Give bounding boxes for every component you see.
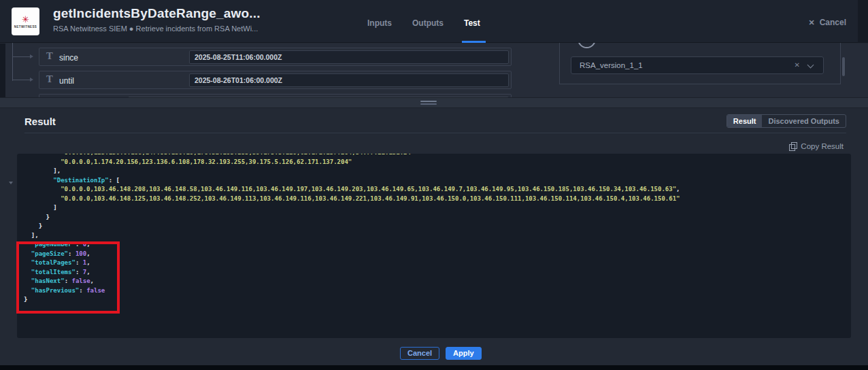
section-resizer[interactable] <box>0 97 868 108</box>
connection-selected-value: RSA_version_1_1 <box>580 61 643 69</box>
parameters-section: T since 2025-08-25T11:06:00.000Z T until… <box>0 44 868 97</box>
netwitness-spark-icon: ✳ <box>22 15 29 24</box>
text-type-icon: T <box>46 51 53 61</box>
result-json-output[interactable]: "0.0.0.0,123.136.6.188,147.95.136.18,178… <box>17 154 851 305</box>
copy-result-button[interactable]: Copy Result <box>789 142 844 150</box>
toggle-discovered-outputs[interactable]: Discovered Outputs <box>762 115 846 127</box>
copy-result-label: Copy Result <box>801 142 844 150</box>
param-row-since: T since 2025-08-25T11:06:00.000Z <box>39 48 512 66</box>
page-title: getIncidentsByDateRange_awo... <box>53 6 261 21</box>
text-type-icon: T <box>46 74 53 84</box>
app-window: ✳ NETWITNESS getIncidentsByDateRange_awo… <box>0 0 868 370</box>
netwitness-logo-text: NETWITNESS <box>14 25 37 29</box>
param-row-until: T until 2025-08-26T01:06:00.000Z <box>39 71 512 89</box>
since-value-input[interactable]: 2025-08-25T11:06:00.000Z <box>189 50 509 64</box>
connection-panel: RSA_version_1_1 ✕ <box>559 43 841 84</box>
apply-button[interactable]: Apply <box>446 347 482 360</box>
result-section: Result Result Discovered Outputs Copy Re… <box>0 108 868 365</box>
netwitness-logo: ✳ NETWITNESS <box>12 7 39 35</box>
header: ✳ NETWITNESS getIncidentsByDateRange_awo… <box>0 0 868 43</box>
header-cancel-button[interactable]: ✕ Cancel <box>808 18 846 27</box>
tab-bar: Inputs Outputs Test <box>367 18 480 28</box>
tree-branch-arrow-icon <box>13 54 33 59</box>
connection-select[interactable]: RSA_version_1_1 ✕ <box>571 56 824 74</box>
result-heading: Result <box>24 116 56 127</box>
copy-icon <box>789 142 797 150</box>
tab-outputs[interactable]: Outputs <box>412 18 444 28</box>
close-icon: ✕ <box>808 18 814 27</box>
header-cancel-label: Cancel <box>820 18 846 27</box>
chevron-down-icon[interactable] <box>807 62 814 69</box>
panel-scrollbar[interactable] <box>842 57 845 76</box>
header-edge-strip <box>858 0 868 43</box>
until-value-input[interactable]: 2025-08-26T01:06:00.000Z <box>189 73 509 87</box>
connection-node-icon <box>578 43 596 48</box>
tab-test[interactable]: Test <box>464 18 480 28</box>
heading-divider <box>24 133 846 133</box>
clear-selection-icon[interactable]: ✕ <box>795 61 800 69</box>
drag-handle-icon[interactable] <box>420 101 437 106</box>
param-name-since: since <box>59 53 78 63</box>
canvas-edge-strip <box>0 44 5 97</box>
page-subtitle: RSA Netwitness SIEM ● Retrieve incidents… <box>53 24 258 33</box>
param-name-until: until <box>59 76 74 86</box>
result-view-toggle: Result Discovered Outputs <box>727 114 846 128</box>
code-fold-icon[interactable] <box>9 182 13 184</box>
result-code[interactable]: "0.0.0.0,123.136.6.188,147.95.136.18,178… <box>17 154 851 338</box>
cancel-button[interactable]: Cancel <box>400 347 439 360</box>
active-tab-underline <box>462 41 486 43</box>
footer-actions: Cancel Apply <box>400 347 482 360</box>
toggle-result[interactable]: Result <box>727 115 763 127</box>
tree-trunk-line <box>12 43 13 81</box>
tree-branch-arrow-icon <box>13 78 33 82</box>
bottom-bar <box>0 365 868 370</box>
tab-inputs[interactable]: Inputs <box>367 18 392 28</box>
